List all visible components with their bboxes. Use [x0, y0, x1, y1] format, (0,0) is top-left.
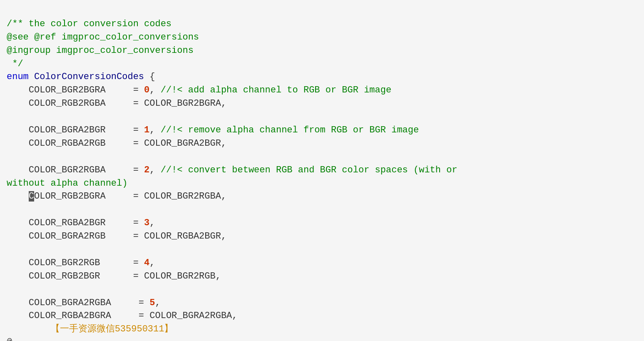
code-token: ,: [149, 165, 160, 175]
code-line: COLOR_BGR2RGB = 4,: [7, 256, 637, 270]
code-line: 【一手资源微信535950311】: [7, 323, 637, 336]
code-line: COLOR_BGRA2RGB = COLOR_RGBA2BGR,: [7, 230, 637, 243]
code-token: COLOR_BGRA2RGBA: [7, 298, 111, 308]
code-line: COLOR_RGBA2RGB = COLOR_BGRA2BGR,: [7, 137, 637, 150]
code-token: COLOR_BGRA2RGB: [7, 231, 106, 241]
code-token: ,: [155, 298, 160, 308]
code-token: =: [100, 258, 144, 268]
code-line: [7, 283, 637, 296]
code-token: = COLOR_BGR2RGBA,: [106, 191, 226, 202]
code-line: [7, 110, 637, 124]
code-token: {: [144, 72, 155, 82]
code-line: @ingroup imgproc_color_conversions: [7, 44, 637, 57]
code-line: */: [7, 57, 637, 71]
code-token: = COLOR_BGR2RGB,: [100, 271, 221, 281]
code-token: 5: [149, 298, 155, 308]
code-token: COLOR_BGR2RGBA: [7, 165, 106, 175]
code-line: /** the color conversion codes: [7, 17, 637, 31]
code-line: COLOR_RGB2RGBA = COLOR_BGR2BGRA,: [7, 97, 637, 110]
code-token: */: [7, 59, 23, 69]
code-line: COLOR_BGR2BGRA = 0, //!< add alpha chann…: [7, 84, 637, 97]
code-token: @ingroup imgproc_color_conversions: [7, 45, 194, 56]
code-line: COLOR_RGB2BGRA = COLOR_BGR2RGBA,: [7, 190, 637, 203]
code-line: without alpha channel): [7, 177, 637, 190]
code-token: //!< add alpha channel to RGB or BGR ima…: [161, 85, 392, 95]
code-display: /** the color conversion codes@see @ref …: [7, 4, 637, 341]
code-token: 4: [144, 258, 149, 268]
code-token: =: [106, 165, 144, 175]
code-token: = COLOR_RGBA2BGR,: [106, 231, 226, 241]
code-token: ,: [149, 85, 160, 95]
code-token: ColorConversionCodes: [34, 72, 144, 82]
code-token: COLOR_RGB2BGR: [7, 271, 100, 281]
code-line: COLOR_BGRA2BGR = 1, //!< remove alpha ch…: [7, 124, 637, 137]
code-token: COLOR_BGRA2BGR: [7, 125, 106, 135]
code-token: @see @ref imgproc_color_conversions: [7, 32, 199, 42]
code-token: ,: [149, 258, 155, 268]
cursor: C: [29, 191, 34, 202]
code-line: @see @ref imgproc_color_conversions: [7, 31, 637, 44]
code-line: COLOR_BGRA2RGBA = 5,: [7, 296, 637, 310]
code-line: [7, 203, 637, 217]
code-token: COLOR_BGR2RGB: [7, 258, 100, 268]
code-line: [7, 243, 637, 256]
code-token: 1: [144, 125, 149, 135]
code-token: COLOR_RGBA2RGB: [7, 138, 106, 149]
code-token: /** the color conversion codes: [7, 19, 172, 29]
code-token: OLOR_RGB2BGRA: [34, 191, 106, 202]
code-line: enum ColorConversionCodes {: [7, 70, 637, 84]
code-token: =: [106, 218, 144, 228]
code-token: 0: [144, 85, 149, 95]
code-token: enum: [7, 72, 29, 82]
code-token: COLOR_RGBA2BGR: [7, 218, 106, 228]
code-token: = COLOR_BGR2BGRA,: [106, 98, 226, 109]
code-token: 【一手资源微信535950311】: [51, 324, 174, 334]
code-token: 2: [144, 165, 149, 175]
code-line: [7, 150, 637, 164]
code-line: COLOR_RGBA2BGRA = COLOR_BGRA2RGBA,: [7, 309, 637, 323]
code-token: COLOR_BGR2BGRA: [7, 85, 106, 95]
code-token: //!< convert between RGB and BGR color s…: [161, 165, 458, 175]
code-token: COLOR_RGB2RGBA: [7, 98, 106, 109]
code-token: =: [111, 298, 149, 308]
code-line: COLOR_BGR2RGBA = 2, //!< convert between…: [7, 164, 637, 177]
code-token: ,: [149, 125, 160, 135]
code-token: //!< remove alpha channel from RGB or BG…: [161, 125, 419, 135]
code-token: =: [106, 85, 144, 95]
code-line: @: [7, 336, 637, 341]
code-token: COLOR_RGBA2BGRA: [7, 311, 111, 321]
code-token: =: [106, 125, 144, 135]
code-token: 3: [144, 218, 149, 228]
code-token: = COLOR_BGRA2RGBA,: [111, 311, 238, 321]
code-token: = COLOR_BGRA2BGR,: [106, 138, 226, 149]
code-token: @: [7, 337, 12, 341]
code-line: COLOR_RGBA2BGR = 3,: [7, 217, 637, 230]
code-token: without alpha channel): [7, 178, 127, 189]
code-token: ,: [149, 218, 155, 228]
code-line: COLOR_RGB2BGR = COLOR_BGR2RGB,: [7, 270, 637, 283]
